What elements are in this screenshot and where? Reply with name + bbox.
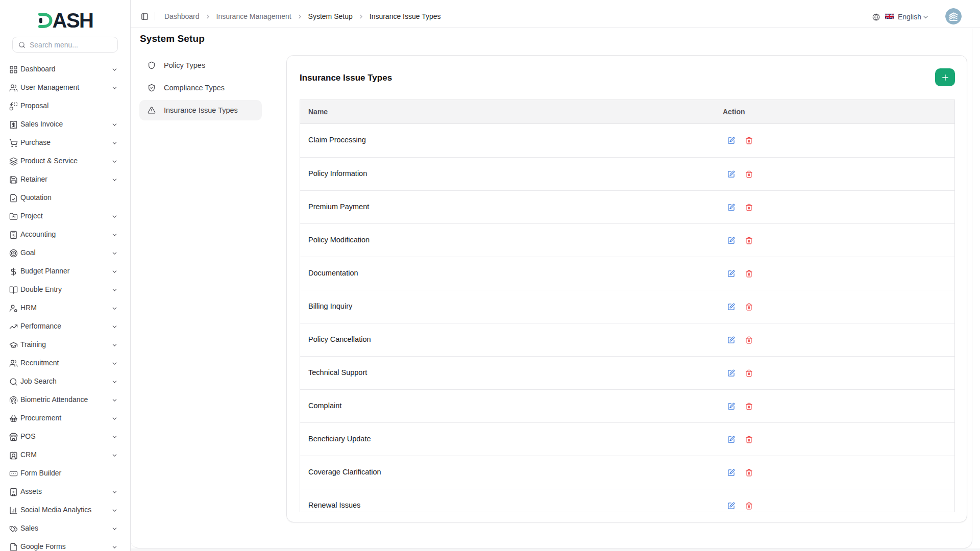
svg-text:ASH: ASH	[53, 10, 93, 32]
